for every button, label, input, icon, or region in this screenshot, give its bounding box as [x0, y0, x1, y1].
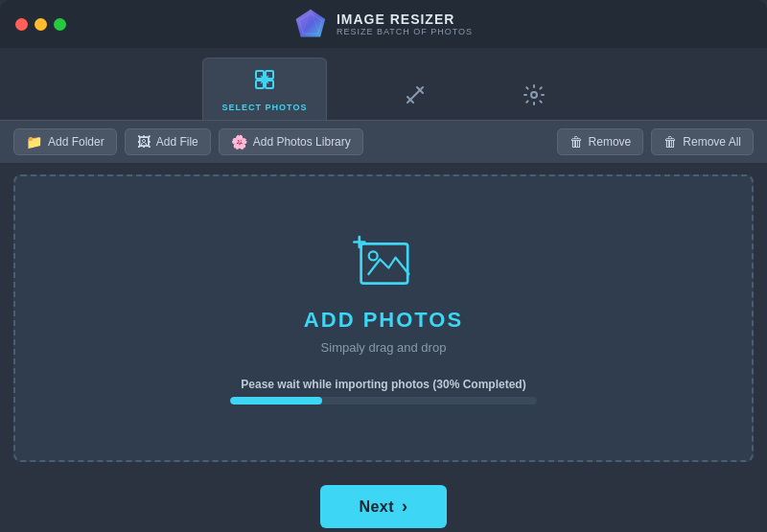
- app-subtitle: RESIZE BATCH OF PHOTOS: [337, 27, 473, 36]
- remove-all-label: Remove All: [683, 135, 741, 149]
- progress-label: Pease wait while importing photos (30% C…: [241, 378, 525, 391]
- toolbar: 📁 Add Folder 🖼 Add File 🌸 Add Photos Lib…: [0, 120, 767, 163]
- traffic-lights: [15, 18, 66, 31]
- remove-label: Remove: [589, 135, 632, 149]
- add-photos-library-label: Add Photos Library: [253, 135, 351, 149]
- tabs-row: SELECT PHOTOS: [0, 48, 767, 120]
- folder-icon: 📁: [26, 134, 42, 150]
- progress-bar-background: [230, 397, 537, 405]
- progress-section: Pease wait while importing photos (30% C…: [230, 378, 537, 405]
- tab-select-photos-label: SELECT PHOTOS: [222, 103, 308, 112]
- title-bar: IMAGE RESIZER RESIZE BATCH OF PHOTOS: [0, 0, 767, 48]
- add-photos-title: ADD PHOTOS: [304, 308, 463, 333]
- app-title: IMAGE RESIZER: [337, 12, 473, 27]
- app-title-block: IMAGE RESIZER RESIZE BATCH OF PHOTOS: [337, 12, 473, 36]
- drop-zone[interactable]: ADD PHOTOS Simpaly drag and drop Pease w…: [13, 174, 754, 462]
- add-file-button[interactable]: 🖼 Add File: [125, 128, 211, 155]
- app-header: IMAGE RESIZER RESIZE BATCH OF PHOTOS: [294, 8, 473, 40]
- progress-bar-fill: [230, 397, 322, 405]
- settings-icon: [523, 83, 546, 112]
- next-button[interactable]: Next ›: [320, 485, 446, 528]
- add-photos-subtitle: Simpaly drag and drop: [321, 340, 447, 355]
- next-chevron-icon: ›: [402, 497, 408, 517]
- tab-resize[interactable]: [384, 74, 446, 120]
- file-icon: 🖼: [137, 134, 151, 150]
- remove-all-button[interactable]: 🗑 Remove All: [651, 128, 754, 155]
- svg-point-14: [369, 251, 378, 260]
- close-button[interactable]: [15, 18, 28, 31]
- resize-icon: [404, 83, 427, 112]
- select-photos-icon: [253, 68, 276, 97]
- svg-point-10: [531, 92, 537, 98]
- add-file-label: Add File: [156, 135, 198, 149]
- next-label: Next: [359, 498, 394, 516]
- remove-button[interactable]: 🗑 Remove: [557, 128, 644, 155]
- tab-settings[interactable]: [503, 74, 565, 120]
- toolbar-right-actions: 🗑 Remove 🗑 Remove All: [557, 128, 754, 155]
- tab-select-photos[interactable]: SELECT PHOTOS: [202, 58, 328, 120]
- app-logo-icon: [294, 8, 327, 40]
- photos-library-icon: 🌸: [231, 134, 247, 150]
- maximize-button[interactable]: [54, 18, 66, 31]
- add-folder-button[interactable]: 📁 Add Folder: [13, 128, 117, 155]
- footer: Next ›: [0, 474, 767, 532]
- remove-all-icon: 🗑: [663, 134, 677, 150]
- add-photos-library-button[interactable]: 🌸 Add Photos Library: [219, 128, 363, 155]
- remove-icon: 🗑: [569, 134, 583, 150]
- add-photos-icon: [349, 233, 418, 294]
- minimize-button[interactable]: [35, 18, 47, 31]
- add-folder-label: Add Folder: [48, 135, 105, 149]
